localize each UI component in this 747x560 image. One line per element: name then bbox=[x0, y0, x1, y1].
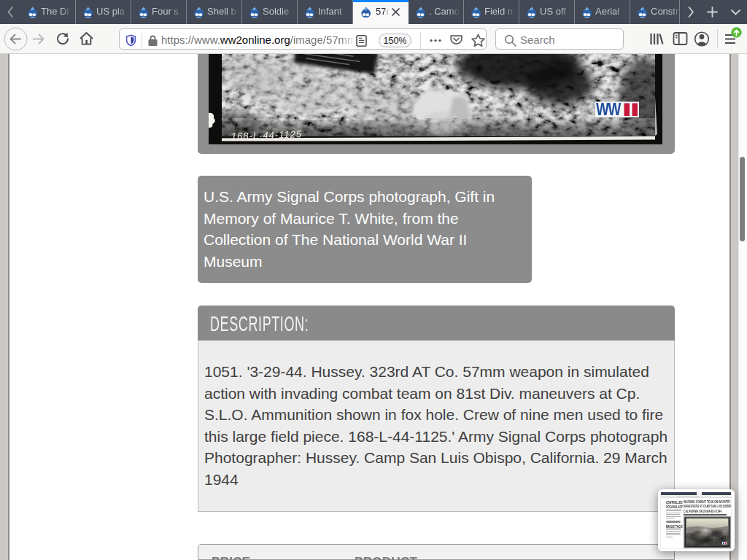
svg-text:WW: WW bbox=[596, 101, 621, 119]
